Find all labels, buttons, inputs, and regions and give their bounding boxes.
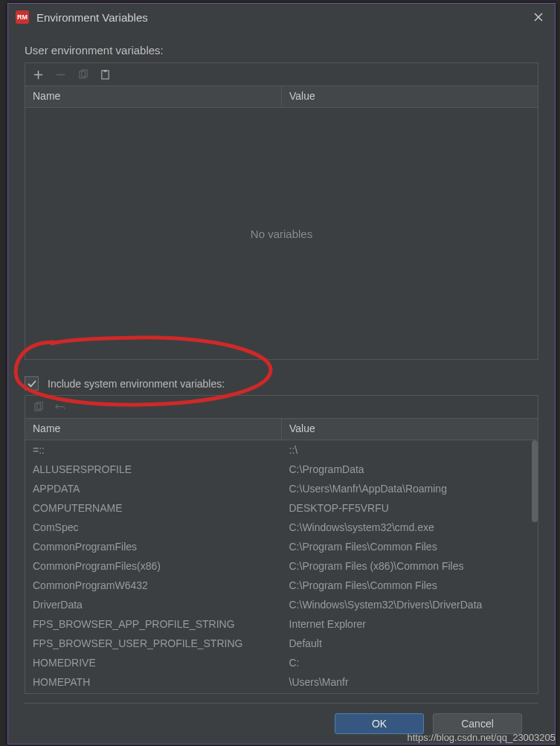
sys-copy-button[interactable] xyxy=(30,399,46,415)
var-name-cell: ALLUSERSPROFILE xyxy=(25,463,282,475)
include-system-checkbox[interactable] xyxy=(25,376,39,390)
remove-button[interactable] xyxy=(52,66,68,83)
table-row[interactable]: FPS_BROWSER_APP_PROFILE_STRINGInternet E… xyxy=(25,614,538,634)
var-name-cell: APPDATA xyxy=(25,483,282,495)
var-name-cell: HOMEDRIVE xyxy=(25,657,282,669)
user-vars-table: Name Value No variables xyxy=(25,86,538,360)
user-col-value[interactable]: Value xyxy=(282,86,538,107)
paste-button[interactable] xyxy=(97,66,113,83)
table-row[interactable]: CommonProgramW6432C:\Program Files\Commo… xyxy=(25,576,538,595)
var-value-cell: Internet Explorer xyxy=(282,618,538,630)
var-name-cell: ComSpec xyxy=(25,521,282,533)
table-row[interactable]: DriverDataC:\Windows\System32\Drivers\Dr… xyxy=(25,595,538,614)
checkmark-icon xyxy=(28,379,36,388)
app-icon: RM xyxy=(16,10,29,24)
sys-col-name[interactable]: Name xyxy=(25,419,282,440)
var-value-cell: C:\ProgramData xyxy=(282,463,538,475)
var-value-cell: C: xyxy=(282,657,538,669)
no-variables-text: No variables xyxy=(251,228,312,240)
close-icon xyxy=(534,13,543,22)
copy-icon xyxy=(33,402,44,413)
undo-icon xyxy=(55,402,66,413)
var-name-cell: CommonProgramW6432 xyxy=(25,579,282,591)
clipboard-icon xyxy=(100,69,111,80)
titlebar: RM Environment Variables xyxy=(8,4,555,30)
close-button[interactable] xyxy=(530,8,547,26)
table-row[interactable]: COMPUTERNAMEDESKTOP-FF5VRFU xyxy=(25,498,538,518)
environment-variables-dialog: RM Environment Variables User environmen… xyxy=(7,3,556,745)
add-button[interactable] xyxy=(30,66,46,83)
var-value-cell: C:\Windows\system32\cmd.exe xyxy=(282,521,538,533)
table-row[interactable]: FPS_BROWSER_USER_PROFILE_STRINGDefault xyxy=(25,634,538,653)
plus-icon xyxy=(33,69,44,80)
user-col-name[interactable]: Name xyxy=(25,86,282,107)
var-name-cell: DriverData xyxy=(25,599,282,611)
var-name-cell: HOMEPATH xyxy=(25,676,282,688)
table-row[interactable]: HOMEDRIVEC: xyxy=(25,653,538,672)
scrollbar-thumb[interactable] xyxy=(532,440,538,522)
var-value-cell: DESKTOP-FF5VRFU xyxy=(282,502,538,514)
var-name-cell: CommonProgramFiles(x86) xyxy=(25,560,282,572)
var-value-cell: C:\Program Files\Common Files xyxy=(282,579,538,591)
var-value-cell: C:\Program Files (x86)\Common Files xyxy=(282,560,538,572)
var-name-cell: COMPUTERNAME xyxy=(25,502,282,514)
table-row[interactable]: ALLUSERSPROFILEC:\ProgramData xyxy=(25,460,538,479)
table-row[interactable]: APPDATAC:\Users\Manfr\AppData\Roaming xyxy=(25,479,538,498)
dialog-content: User environment variables: Name Value N… xyxy=(8,30,555,744)
var-value-cell: C:\Program Files\Common Files xyxy=(282,541,538,553)
minus-icon xyxy=(55,69,66,80)
sys-vars-toolbar xyxy=(25,395,538,418)
var-value-cell: ::\ xyxy=(282,444,538,456)
var-name-cell: CommonProgramFiles xyxy=(25,541,282,553)
dialog-title: Environment Variables xyxy=(36,11,530,24)
var-name-cell: FPS_BROWSER_APP_PROFILE_STRING xyxy=(25,618,282,630)
ok-button[interactable]: OK xyxy=(335,713,424,734)
table-row[interactable]: ComSpecC:\Windows\system32\cmd.exe xyxy=(25,518,538,537)
var-value-cell: C:\Windows\System32\Drivers\DriverData xyxy=(282,599,538,611)
include-system-row: Include system environment variables: xyxy=(25,376,538,390)
table-row[interactable]: =::::\ xyxy=(25,440,538,460)
copy-button[interactable] xyxy=(74,66,91,83)
sys-col-value[interactable]: Value xyxy=(282,419,538,440)
svg-rect-3 xyxy=(103,69,106,71)
user-vars-toolbar xyxy=(25,62,538,86)
table-row[interactable]: CommonProgramFiles(x86)C:\Program Files … xyxy=(25,556,538,576)
copy-icon xyxy=(77,69,88,80)
sys-vars-header: Name Value xyxy=(25,419,538,440)
watermark: https://blog.csdn.net/qq_23003205 xyxy=(408,732,556,743)
sys-vars-body[interactable]: =::::\ALLUSERSPROFILEC:\ProgramDataAPPDA… xyxy=(25,440,538,693)
include-system-label: Include system environment variables: xyxy=(48,378,225,390)
user-vars-label: User environment variables: xyxy=(25,44,538,57)
table-row[interactable]: HOMEPATH\Users\Manfr xyxy=(25,672,538,692)
table-row[interactable]: CommonProgramFilesC:\Program Files\Commo… xyxy=(25,537,538,556)
sys-vars-table: Name Value =::::\ALLUSERSPROFILEC:\Progr… xyxy=(25,418,538,694)
user-vars-body[interactable]: No variables xyxy=(25,108,538,359)
var-name-cell: =:: xyxy=(25,444,282,456)
sys-undo-button[interactable] xyxy=(52,399,68,415)
user-vars-header: Name Value xyxy=(25,86,538,108)
scrollbar-track[interactable] xyxy=(532,440,538,693)
cancel-button[interactable]: Cancel xyxy=(433,713,522,734)
var-name-cell: FPS_BROWSER_USER_PROFILE_STRING xyxy=(25,637,282,649)
var-value-cell: Default xyxy=(282,637,538,649)
var-value-cell: C:\Users\Manfr\AppData\Roaming xyxy=(282,483,538,495)
var-value-cell: \Users\Manfr xyxy=(282,676,538,688)
